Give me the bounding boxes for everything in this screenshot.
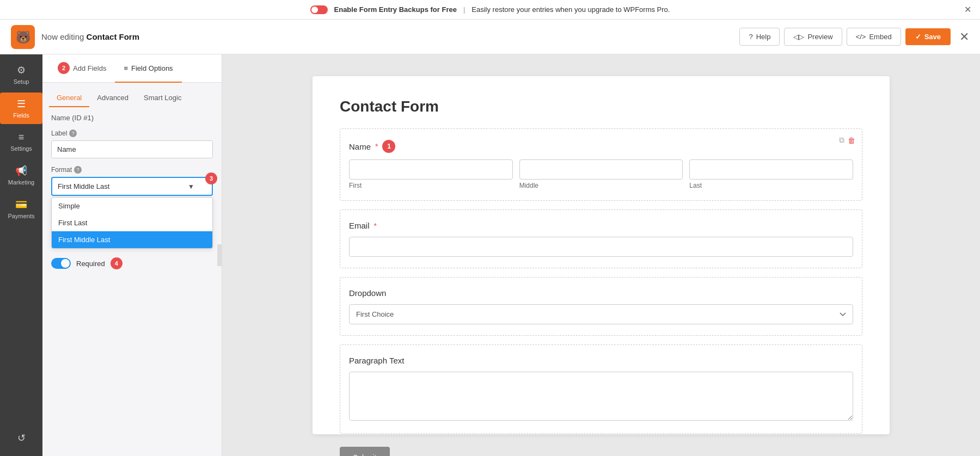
name-first-sublabel: First	[349, 182, 513, 189]
sidebar-item-payments[interactable]: 💳 Payments	[0, 193, 42, 225]
paragraph-field-label: Paragraph Text	[349, 356, 404, 365]
add-fields-badge: 2	[58, 62, 70, 74]
close-editor-button[interactable]: ✕	[959, 30, 969, 44]
fields-icon: ☰	[17, 98, 26, 110]
format-selected-value: First Middle Last	[58, 182, 109, 190]
name-middle-group: Middle	[519, 159, 683, 189]
submit-section: Submit	[340, 442, 862, 456]
setup-icon: ⚙	[17, 64, 26, 76]
dropdown-select[interactable]: First Choice	[349, 304, 853, 324]
delete-field-button[interactable]: 🗑	[848, 135, 855, 145]
preview-button[interactable]: ◁▷ Preview	[784, 28, 842, 46]
form-title: Contact Form	[340, 98, 862, 115]
submit-button[interactable]: Submit	[340, 447, 390, 456]
sidebar-nav: ⚙ Setup ☰ Fields ≡ Settings 📢 Marketing …	[0, 54, 42, 456]
header: 🐻 Now editing Contact Form ? Help ◁▷ Pre…	[0, 20, 980, 54]
email-input[interactable]	[349, 237, 853, 257]
name-first-group: First	[349, 159, 513, 189]
tab-add-fields-label: Add Fields	[73, 64, 106, 72]
format-field-label: Format ?	[51, 166, 213, 174]
form-canvas: Contact Form ⧉ 🗑 Name * 1 First	[222, 54, 980, 456]
field-option-inner-tabs: General Advanced Smart Logic	[42, 83, 222, 107]
format-select-display[interactable]: First Middle Last ▼	[51, 177, 213, 196]
email-field-label-row: Email *	[349, 221, 853, 230]
required-row: Required 4	[51, 257, 213, 269]
banner-description: Easily restore your entries when you upg…	[471, 5, 670, 14]
embed-button[interactable]: </> Embed	[847, 28, 901, 46]
required-toggle[interactable]	[51, 258, 71, 269]
name-fields-row: First Middle Last	[349, 159, 853, 189]
format-option-first-last[interactable]: First Last	[52, 214, 212, 231]
format-dropdown-options: Simple First Last First Middle Last	[51, 197, 213, 249]
email-field-label: Email	[349, 221, 370, 230]
embed-icon: </>	[856, 33, 866, 41]
label-group: Label ?	[51, 130, 213, 158]
chevron-down-icon: ▼	[188, 183, 194, 190]
label-input[interactable]	[51, 140, 213, 158]
format-option-simple[interactable]: Simple	[52, 198, 212, 214]
entry-backup-toggle[interactable]	[310, 5, 328, 14]
top-banner: Enable Form Entry Backups for Free | Eas…	[0, 0, 980, 20]
format-dropdown-wrapper: First Middle Last ▼ 3 Simple First Last	[51, 177, 213, 249]
sidebar-item-history[interactable]: ↺	[0, 427, 42, 449]
copy-field-button[interactable]: ⧉	[839, 135, 844, 145]
tab-field-options[interactable]: ≡ Field Options	[115, 54, 181, 83]
editing-text: Now editing Contact Form	[41, 32, 139, 41]
name-field-badge: 1	[382, 140, 395, 153]
label-field-label: Label ?	[51, 130, 213, 137]
help-button[interactable]: ? Help	[739, 28, 780, 46]
help-icon: ?	[749, 33, 752, 41]
panel-collapse-button[interactable]: ‹	[217, 244, 222, 266]
svg-text:🐻: 🐻	[16, 30, 31, 45]
field-options-content: Name (ID #1) Label ? Format ? First Midd…	[42, 107, 222, 456]
fo-tab-smart-logic[interactable]: Smart Logic	[136, 89, 189, 107]
tab-field-options-icon: ≡	[124, 64, 128, 72]
sidebar-label-setup: Setup	[14, 78, 29, 85]
banner-separator: |	[463, 5, 465, 14]
email-field-section: Email *	[340, 209, 862, 268]
left-panel: 2 Add Fields ≡ Field Options General Adv…	[42, 54, 222, 456]
name-last-group: Last	[689, 159, 853, 189]
sidebar-label-marketing: Marketing	[8, 179, 34, 186]
sidebar-label-fields: Fields	[13, 112, 29, 119]
name-first-input[interactable]	[349, 159, 513, 180]
email-required-star: *	[374, 221, 377, 230]
save-button[interactable]: ✓ Save	[905, 28, 951, 45]
label-help-icon: ?	[69, 130, 77, 137]
paragraph-textarea[interactable]	[349, 372, 853, 421]
header-right: ? Help ◁▷ Preview </> Embed ✓ Save ✕	[739, 28, 969, 46]
checkmark-icon: ✓	[915, 33, 921, 41]
sidebar-item-settings[interactable]: ≡ Settings	[0, 126, 42, 157]
dropdown-field-section: Dropdown First Choice	[340, 277, 862, 336]
required-label: Required	[76, 260, 105, 268]
field-id-title: Name (ID #1)	[51, 114, 213, 122]
paragraph-field-label-row: Paragraph Text	[349, 356, 853, 365]
dropdown-field-label: Dropdown	[349, 288, 386, 298]
paragraph-field-section: Paragraph Text	[340, 344, 862, 434]
fo-tab-advanced[interactable]: Advanced	[89, 89, 136, 107]
name-field-section[interactable]: ⧉ 🗑 Name * 1 First Middle	[340, 128, 862, 201]
name-field-label: Name	[349, 142, 371, 151]
sidebar-item-marketing[interactable]: 📢 Marketing	[0, 159, 42, 191]
sidebar-label-settings: Settings	[10, 145, 32, 152]
sidebar-item-fields[interactable]: ☰ Fields	[0, 93, 42, 124]
tab-add-fields[interactable]: 2 Add Fields	[49, 54, 115, 83]
sidebar-item-setup[interactable]: ⚙ Setup	[0, 59, 42, 90]
wpforms-logo: 🐻	[11, 25, 35, 49]
name-middle-input[interactable]	[519, 159, 683, 180]
main-layout: ⚙ Setup ☰ Fields ≡ Settings 📢 Marketing …	[0, 54, 980, 456]
marketing-icon: 📢	[15, 165, 27, 177]
preview-icon: ◁▷	[793, 33, 804, 41]
name-last-input[interactable]	[689, 159, 853, 180]
name-field-label-row: Name * 1	[349, 140, 853, 153]
banner-close-button[interactable]: ✕	[964, 4, 971, 15]
name-field-actions: ⧉ 🗑	[839, 135, 855, 145]
name-required-star: *	[375, 142, 378, 151]
dropdown-field-label-row: Dropdown	[349, 288, 853, 298]
fo-tab-general[interactable]: General	[49, 89, 89, 107]
format-option-first-middle-last[interactable]: First Middle Last	[52, 231, 212, 248]
settings-icon: ≡	[19, 132, 24, 143]
payments-icon: 💳	[15, 199, 27, 211]
banner-title: Enable Form Entry Backups for Free	[334, 5, 457, 14]
sidebar-label-payments: Payments	[8, 213, 35, 219]
